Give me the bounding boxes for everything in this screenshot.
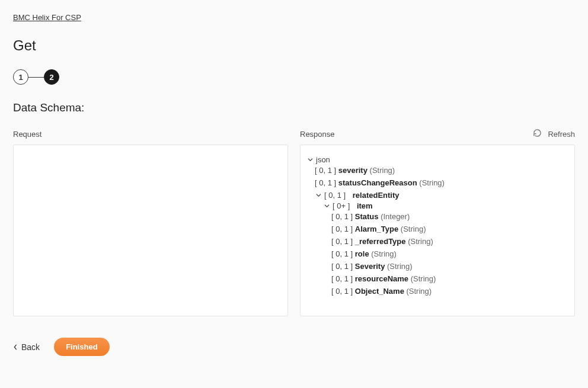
step-2[interactable]: 2 [44,69,59,85]
tree-node-json[interactable]: json [306,155,568,164]
section-title: Data Schema: [13,101,575,114]
tree-leaf[interactable]: [ 0, 1 ] resourceName (String) [331,272,568,285]
tree-leaf[interactable]: [ 0, 1 ] Object_Name (String) [331,285,568,297]
tree-node-item[interactable]: [ 0+ ] item [323,201,568,210]
chevron-down-icon[interactable] [306,157,314,162]
request-label: Request [13,130,288,139]
chevron-left-icon [13,342,18,352]
tree-leaf[interactable]: [ 0, 1 ] severity (String) [315,164,568,177]
finished-button[interactable]: Finished [54,338,109,356]
page-title: Get [13,37,575,54]
chevron-down-icon[interactable] [315,193,322,198]
breadcrumb[interactable]: BMC Helix For CSP [13,13,81,22]
response-panel: json [ 0, 1 ] severity (String) [ 0, 1 ]… [300,145,575,316]
back-button[interactable]: Back [13,342,40,352]
tree-node-relatedentity[interactable]: [ 0, 1 ] relatedEntity [315,191,568,200]
stepper: 1 2 [13,69,575,85]
tree-leaf[interactable]: [ 0, 1 ] statusChangeReason (String) [315,177,568,189]
tree-leaf[interactable]: [ 0, 1 ] Status (Integer) [331,210,568,223]
request-panel [13,145,288,316]
back-label: Back [21,342,40,352]
step-1[interactable]: 1 [13,69,28,85]
tree-leaf[interactable]: [ 0, 1 ] _referredType (String) [331,235,568,248]
tree-leaf[interactable]: [ 0, 1 ] Alarm_Type (String) [331,223,568,235]
chevron-down-icon[interactable] [323,203,330,209]
tree-root-label: json [316,155,330,164]
step-connector [28,77,44,78]
tree-leaf[interactable]: [ 0, 1 ] Severity (String) [331,260,568,272]
tree-leaf[interactable]: [ 0, 1 ] role (String) [331,248,568,260]
response-label: Response [300,130,575,139]
